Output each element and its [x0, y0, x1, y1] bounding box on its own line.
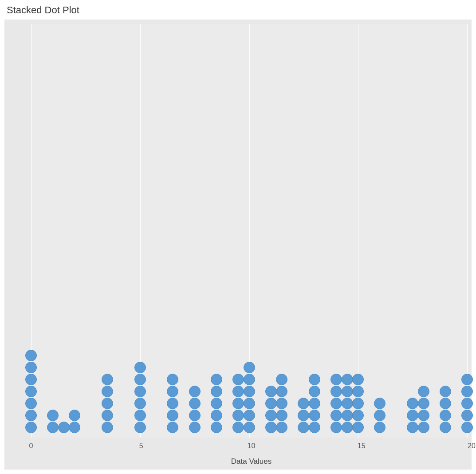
dot — [330, 374, 342, 385]
dot — [352, 386, 364, 397]
dot — [69, 422, 80, 433]
dot — [189, 398, 201, 409]
dot — [244, 422, 255, 433]
dot — [265, 386, 277, 397]
dot — [461, 422, 473, 433]
dot — [244, 374, 255, 385]
dot — [352, 374, 364, 385]
dot — [461, 398, 473, 409]
x-axis-label: 10 — [248, 442, 256, 450]
dot — [134, 422, 146, 433]
dot — [102, 410, 113, 421]
dot — [232, 410, 244, 421]
dot — [276, 398, 287, 409]
dot — [167, 410, 178, 421]
dot — [418, 386, 429, 397]
dot — [407, 410, 418, 421]
dot — [276, 374, 287, 385]
dot — [352, 398, 364, 409]
dot — [244, 398, 255, 409]
dot — [330, 410, 342, 421]
dot — [189, 386, 201, 397]
dot — [265, 398, 277, 409]
dot — [211, 422, 222, 433]
dot — [102, 398, 113, 409]
dot — [265, 422, 277, 433]
dot — [309, 374, 320, 385]
x-axis-title: Data Values — [4, 456, 472, 470]
chart-container: 05101520 Data Values — [4, 20, 472, 470]
dot — [167, 374, 178, 385]
x-axis-label: 15 — [358, 442, 366, 450]
dot — [461, 386, 473, 397]
dot — [232, 374, 244, 385]
dot — [418, 398, 429, 409]
dot — [58, 422, 70, 433]
dot — [298, 398, 309, 409]
dot — [352, 410, 364, 421]
dot — [352, 422, 364, 433]
dot — [342, 422, 353, 433]
dot — [167, 398, 178, 409]
dot — [25, 386, 37, 397]
x-axis-label: 5 — [139, 442, 143, 450]
dot — [418, 422, 429, 433]
dot — [309, 398, 320, 409]
dot — [244, 386, 255, 397]
dot — [134, 362, 146, 373]
dot — [211, 398, 222, 409]
dot — [134, 398, 146, 409]
dot — [134, 386, 146, 397]
dot — [25, 410, 37, 421]
dot — [25, 422, 37, 433]
dot — [298, 422, 309, 433]
dot — [265, 410, 277, 421]
dot — [330, 422, 342, 433]
plot-area — [31, 24, 467, 438]
dot — [276, 410, 287, 421]
dot — [309, 422, 320, 433]
dot — [440, 410, 451, 421]
dot — [134, 410, 146, 421]
dot — [167, 386, 178, 397]
dot — [47, 422, 59, 433]
dot — [211, 374, 222, 385]
dot — [461, 374, 473, 385]
dot — [374, 422, 386, 433]
dot — [407, 398, 418, 409]
chart-title: Stacked Dot Plot — [4, 4, 472, 16]
dot — [134, 374, 146, 385]
dot — [276, 422, 287, 433]
dot — [69, 410, 80, 421]
dot — [189, 410, 201, 421]
dot — [342, 374, 353, 385]
x-axis-label: 0 — [29, 442, 33, 450]
dot — [244, 410, 255, 421]
dot — [440, 386, 451, 397]
dot — [25, 374, 37, 385]
x-axis-label: 20 — [468, 442, 476, 450]
dot — [374, 398, 386, 409]
dot — [189, 422, 201, 433]
dot — [167, 422, 178, 433]
dot — [330, 398, 342, 409]
dot — [102, 422, 113, 433]
dot — [211, 386, 222, 397]
dot — [211, 410, 222, 421]
x-axis: 05101520 — [4, 440, 472, 456]
dot — [330, 386, 342, 397]
dot — [374, 410, 386, 421]
dot — [244, 362, 255, 373]
dot — [461, 410, 473, 421]
dot — [298, 410, 309, 421]
dot — [342, 410, 353, 421]
dot — [342, 398, 353, 409]
dot — [309, 410, 320, 421]
dot — [309, 386, 320, 397]
dot — [25, 398, 37, 409]
dot — [276, 386, 287, 397]
dot — [232, 422, 244, 433]
dot — [418, 410, 429, 421]
dot — [407, 422, 418, 433]
dot — [47, 410, 59, 421]
